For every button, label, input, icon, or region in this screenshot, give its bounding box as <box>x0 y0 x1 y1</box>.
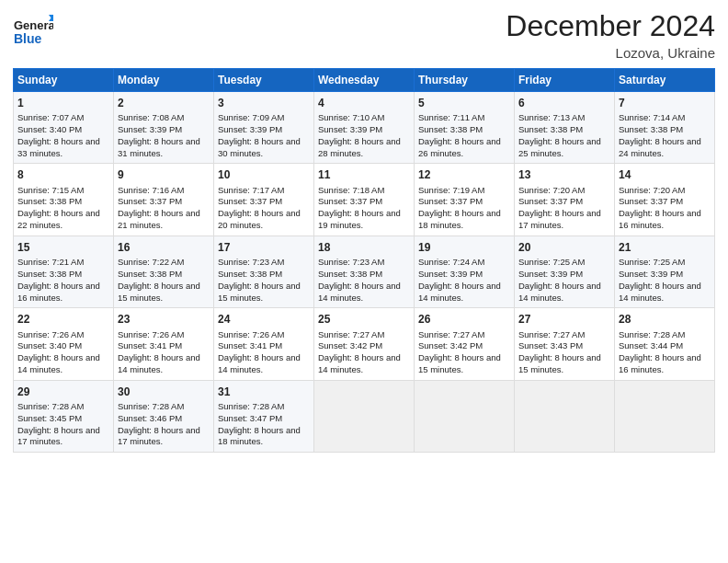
table-row: 27Sunrise: 7:27 AMSunset: 3:43 PMDayligh… <box>515 308 615 380</box>
col-thursday: Thursday <box>415 69 515 92</box>
table-row: 17Sunrise: 7:23 AMSunset: 3:38 PMDayligh… <box>214 236 314 307</box>
calendar-container: General Blue December 2024 Lozova, Ukrai… <box>0 0 728 563</box>
table-row: 7Sunrise: 7:14 AMSunset: 3:38 PMDaylight… <box>615 92 715 164</box>
logo-svg: General Blue <box>13 13 53 53</box>
table-row: 14Sunrise: 7:20 AMSunset: 3:37 PMDayligh… <box>615 164 715 236</box>
table-row: 28Sunrise: 7:28 AMSunset: 3:44 PMDayligh… <box>615 308 715 380</box>
table-row: 13Sunrise: 7:20 AMSunset: 3:37 PMDayligh… <box>515 164 615 236</box>
table-row <box>515 380 615 452</box>
table-row: 25Sunrise: 7:27 AMSunset: 3:42 PMDayligh… <box>314 308 415 380</box>
table-row: 5Sunrise: 7:11 AMSunset: 3:38 PMDaylight… <box>415 92 515 164</box>
table-row: 9Sunrise: 7:16 AMSunset: 3:37 PMDaylight… <box>114 164 214 236</box>
table-row: 24Sunrise: 7:26 AMSunset: 3:41 PMDayligh… <box>214 308 314 380</box>
svg-text:Blue: Blue <box>14 31 42 46</box>
col-friday: Friday <box>515 69 615 92</box>
svg-text:General: General <box>14 18 53 32</box>
col-tuesday: Tuesday <box>214 69 314 92</box>
table-row: 21Sunrise: 7:25 AMSunset: 3:39 PMDayligh… <box>615 236 715 307</box>
table-row: 3Sunrise: 7:09 AMSunset: 3:39 PMDaylight… <box>214 92 314 164</box>
table-row: 18Sunrise: 7:23 AMSunset: 3:38 PMDayligh… <box>314 236 415 307</box>
col-monday: Monday <box>114 69 214 92</box>
table-row: 12Sunrise: 7:19 AMSunset: 3:37 PMDayligh… <box>415 164 515 236</box>
table-row: 6Sunrise: 7:13 AMSunset: 3:38 PMDaylight… <box>515 92 615 164</box>
location-subtitle: Lozova, Ukraine <box>506 45 715 61</box>
table-row: 30Sunrise: 7:28 AMSunset: 3:46 PMDayligh… <box>114 380 214 452</box>
col-saturday: Saturday <box>615 69 715 92</box>
table-row <box>314 380 415 452</box>
table-row <box>615 380 715 452</box>
header: General Blue December 2024 Lozova, Ukrai… <box>13 9 715 61</box>
table-row: 10Sunrise: 7:17 AMSunset: 3:37 PMDayligh… <box>214 164 314 236</box>
table-row: 31Sunrise: 7:28 AMSunset: 3:47 PMDayligh… <box>214 380 314 452</box>
table-row: 1Sunrise: 7:07 AMSunset: 3:40 PMDaylight… <box>14 92 114 164</box>
table-row: 19Sunrise: 7:24 AMSunset: 3:39 PMDayligh… <box>415 236 515 307</box>
month-year-title: December 2024 <box>506 9 715 43</box>
table-row: 20Sunrise: 7:25 AMSunset: 3:39 PMDayligh… <box>515 236 615 307</box>
title-block: December 2024 Lozova, Ukraine <box>506 9 715 61</box>
header-row: Sunday Monday Tuesday Wednesday Thursday… <box>14 69 715 92</box>
table-row: 11Sunrise: 7:18 AMSunset: 3:37 PMDayligh… <box>314 164 415 236</box>
table-row: 4Sunrise: 7:10 AMSunset: 3:39 PMDaylight… <box>314 92 415 164</box>
col-wednesday: Wednesday <box>314 69 415 92</box>
logo: General Blue <box>13 13 53 53</box>
table-row: 26Sunrise: 7:27 AMSunset: 3:42 PMDayligh… <box>415 308 515 380</box>
table-row <box>415 380 515 452</box>
table-row: 15Sunrise: 7:21 AMSunset: 3:38 PMDayligh… <box>14 236 114 307</box>
col-sunday: Sunday <box>14 69 114 92</box>
table-row: 22Sunrise: 7:26 AMSunset: 3:40 PMDayligh… <box>14 308 114 380</box>
table-row: 2Sunrise: 7:08 AMSunset: 3:39 PMDaylight… <box>114 92 214 164</box>
table-row: 23Sunrise: 7:26 AMSunset: 3:41 PMDayligh… <box>114 308 214 380</box>
table-row: 16Sunrise: 7:22 AMSunset: 3:38 PMDayligh… <box>114 236 214 307</box>
table-row: 29Sunrise: 7:28 AMSunset: 3:45 PMDayligh… <box>14 380 114 452</box>
calendar-table: Sunday Monday Tuesday Wednesday Thursday… <box>13 68 715 453</box>
table-row: 8Sunrise: 7:15 AMSunset: 3:38 PMDaylight… <box>14 164 114 236</box>
